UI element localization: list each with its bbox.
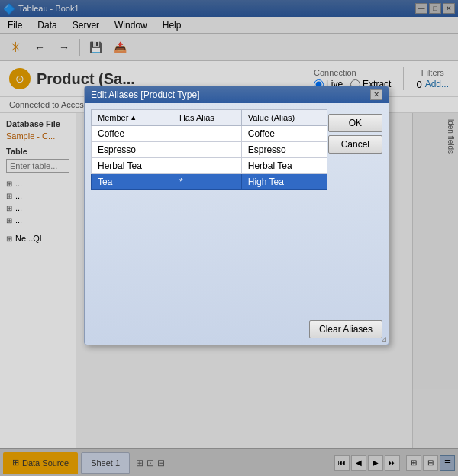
member-cell: Herbal Tea	[92, 157, 173, 173]
has-alias-cell	[173, 141, 241, 157]
table-row[interactable]: Coffee Coffee	[92, 125, 327, 141]
table-row[interactable]: Espresso Espresso	[92, 141, 327, 157]
member-cell: Espresso	[92, 141, 173, 157]
value-cell: High Tea	[241, 173, 327, 189]
has-alias-cell: *	[173, 173, 241, 189]
has-alias-column-header: Has Alias	[173, 109, 241, 125]
dialog-action-buttons: OK Cancel	[328, 114, 382, 154]
value-cell: Coffee	[241, 125, 327, 141]
ok-button[interactable]: OK	[328, 114, 382, 132]
value-cell: Herbal Tea	[241, 157, 327, 173]
member-header-label: Member	[98, 113, 128, 122]
dialog-close-button[interactable]: ✕	[370, 89, 382, 100]
value-cell: Espresso	[241, 141, 327, 157]
sort-arrow-icon: ▲	[130, 114, 137, 121]
table-row[interactable]: Herbal Tea Herbal Tea	[92, 157, 327, 173]
member-column-header: Member ▲	[92, 109, 173, 125]
has-alias-cell	[173, 157, 241, 173]
cancel-button[interactable]: Cancel	[328, 135, 382, 154]
has-alias-cell	[173, 125, 241, 141]
value-column-header: Value (Alias)	[241, 109, 327, 125]
dialog-title: Edit Aliases [Product Type]	[91, 89, 200, 100]
edit-aliases-dialog: Edit Aliases [Product Type] ✕ Member ▲	[84, 86, 389, 345]
member-cell: Tea	[92, 173, 173, 189]
dialog-titlebar: Edit Aliases [Product Type] ✕	[85, 86, 389, 103]
dialog-overlay: Edit Aliases [Product Type] ✕ Member ▲	[0, 0, 458, 476]
member-cell: Coffee	[92, 125, 173, 141]
clear-aliases-button[interactable]: Clear Aliases	[309, 320, 382, 338]
aliases-table: Member ▲ Has Alias Value (Alias) Coffee	[91, 109, 327, 190]
table-row-selected[interactable]: Tea * High Tea	[92, 173, 327, 189]
app-container: 🔷 Tableau - Book1 — □ ✕ File Data Server…	[0, 0, 458, 476]
resize-grip-icon: ⊿	[381, 335, 387, 343]
